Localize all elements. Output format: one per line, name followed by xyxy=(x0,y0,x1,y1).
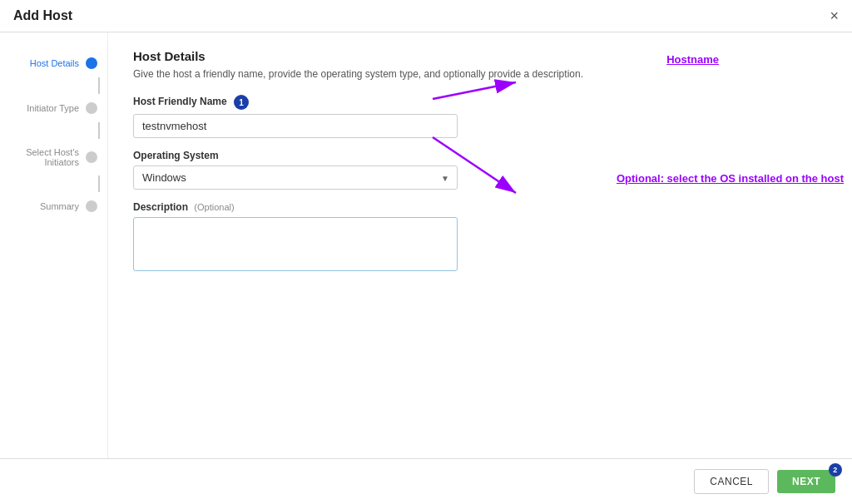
sidebar-dot-host-details xyxy=(86,57,97,69)
description-field-group: Description (Optional) xyxy=(133,201,827,274)
close-button[interactable]: × xyxy=(830,8,839,23)
sidebar-dot-select-initiators xyxy=(86,151,97,163)
sidebar-dot-initiator-type xyxy=(86,102,97,114)
sidebar-connector-3 xyxy=(98,175,100,192)
sidebar: Host Details Initiator Type Select Host'… xyxy=(0,32,108,458)
description-optional-label: (Optional) xyxy=(194,202,234,212)
next-button[interactable]: NEXT 2 xyxy=(777,470,835,493)
section-subtitle: Give the host a friendly name, provide t… xyxy=(133,68,827,80)
hostname-field-group: Host Friendly Name 1 xyxy=(133,95,827,138)
hostname-label: Host Friendly Name 1 xyxy=(133,95,827,110)
hostname-annotation: Hostname xyxy=(666,53,719,66)
sidebar-dot-summary xyxy=(86,200,97,212)
sidebar-connector-2 xyxy=(98,122,100,139)
dialog-header: Add Host × xyxy=(0,0,852,32)
dialog-body: Host Details Initiator Type Select Host'… xyxy=(0,32,852,458)
hostname-input[interactable] xyxy=(133,114,458,138)
sidebar-connector-1 xyxy=(98,77,100,94)
sidebar-label-initiator-type: Initiator Type xyxy=(10,103,79,113)
os-select-wrapper: Windows Linux VMware ESX AIX HP-UX Solar… xyxy=(133,166,458,190)
os-select[interactable]: Windows Linux VMware ESX AIX HP-UX Solar… xyxy=(133,166,458,190)
section-title: Host Details xyxy=(133,49,827,63)
description-textarea[interactable] xyxy=(133,217,458,271)
sidebar-item-select-initiators[interactable]: Select Host's Initiators xyxy=(0,139,107,175)
sidebar-item-host-details[interactable]: Host Details xyxy=(0,49,107,77)
sidebar-label-host-details: Host Details xyxy=(10,58,79,68)
main-content: Host Details Give the host a friendly na… xyxy=(108,32,852,458)
add-host-dialog: Add Host × Host Details Initiator Type S… xyxy=(0,0,852,504)
hostname-badge: 1 xyxy=(234,95,249,110)
sidebar-item-initiator-type[interactable]: Initiator Type xyxy=(0,94,107,122)
dialog-title: Add Host xyxy=(13,8,72,23)
dialog-footer: CANCEL NEXT 2 xyxy=(0,458,852,504)
next-badge: 2 xyxy=(829,463,842,477)
sidebar-label-summary: Summary xyxy=(10,201,79,211)
description-label: Description (Optional) xyxy=(133,201,827,213)
sidebar-item-summary[interactable]: Summary xyxy=(0,192,107,220)
os-label: Operating System xyxy=(133,150,827,161)
os-annotation: Optional: select the OS installed on the… xyxy=(617,172,844,185)
sidebar-label-select-initiators: Select Host's Initiators xyxy=(10,147,79,167)
cancel-button[interactable]: CANCEL xyxy=(694,469,769,494)
